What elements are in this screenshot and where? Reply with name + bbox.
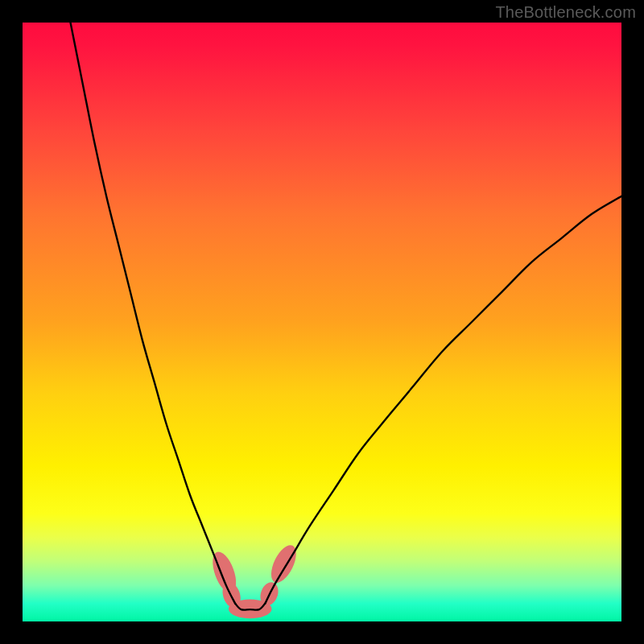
markers-group [208, 542, 301, 619]
plot-area [23, 23, 621, 621]
curve-layer [23, 23, 621, 621]
watermark-text: TheBottleneck.com [495, 3, 636, 22]
series-left-curve [71, 23, 236, 604]
chart-frame: TheBottleneck.com [0, 0, 644, 644]
series-right-curve [265, 196, 621, 604]
lines-group [71, 23, 621, 610]
